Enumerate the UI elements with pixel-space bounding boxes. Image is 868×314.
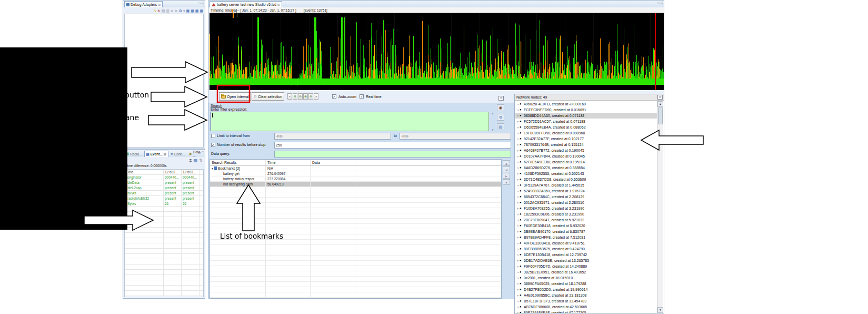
network-node-row[interactable]: >●F9F60F705D7D, created at 14.240889 (515, 263, 657, 269)
col-search-results[interactable]: Search Results (210, 160, 266, 165)
network-node-list[interactable]: >●406825F4E0FD, created at -0.000160>●FC… (515, 101, 657, 313)
network-node-row[interactable]: >●B978B9AD4FF8, created at 7.512031 (515, 234, 657, 240)
expand-arrow-icon[interactable]: > (515, 195, 520, 199)
results-view-button-3[interactable]: ▸ (503, 173, 510, 179)
minimize-icon[interactable]: ▭ (198, 1, 201, 5)
search-result-row[interactable]: not decrypting confi58.049213 (210, 182, 501, 187)
network-node-row[interactable]: >●3F5129A7A767, created at 1.445615 (515, 182, 657, 188)
view-menu-icon-1[interactable]: ▦ (186, 8, 190, 13)
search-result-row[interactable]: ▾Bookmarks [3]N/A (210, 166, 501, 171)
expand-arrow-icon[interactable]: > (515, 126, 520, 129)
interval-from-input[interactable] (274, 133, 391, 140)
zoom-in-y-button[interactable]: ⊕ (303, 93, 308, 100)
zoom-out-x-button[interactable]: ⊖ (298, 93, 303, 100)
network-node-row[interactable]: >●0x2001, created at 18.015910 (515, 275, 657, 281)
view-menu-icon-2[interactable]: ▦ (191, 8, 194, 13)
expand-arrow-icon[interactable]: > (515, 207, 520, 210)
refresh-icon[interactable]: ⇅ (199, 158, 203, 163)
maximize-icon[interactable]: □ (202, 1, 204, 5)
col-time-1[interactable]: 12.693... (164, 170, 182, 174)
field-row[interactable]: ›Bytes2626 (125, 201, 203, 207)
data-query-input[interactable] (274, 151, 511, 158)
expand-arrow-icon[interactable]: > (515, 213, 520, 216)
timeline-chart[interactable] (209, 13, 664, 90)
network-node-row[interactable]: >●D6D65584EB4A, created at 0.088062 (515, 124, 657, 130)
notepad-icon[interactable]: ▤ (497, 123, 504, 130)
disconnect-icon[interactable]: ✕ (157, 8, 161, 13)
field-row[interactable]: ›radioInfoEfr32presentpresent (125, 196, 203, 201)
tab-close-icon[interactable]: ⊠ (164, 152, 166, 156)
network-node-row[interactable]: >●20C79E809047, created at 5.921032 (515, 217, 657, 223)
clear-selection-button[interactable]: ⊘ Clear selection (252, 92, 284, 101)
expand-arrow-icon[interactable]: > (515, 253, 520, 257)
expand-arrow-icon[interactable]: > (515, 259, 520, 262)
expand-arrow-icon[interactable]: > (515, 138, 520, 141)
expand-arrow-icon[interactable]: > (515, 242, 520, 245)
network-node-row[interactable]: >●FCEFC89FFD90, created at 0.016651 (515, 107, 657, 113)
expand-arrow-icon[interactable]: > (515, 311, 520, 313)
network-node-row[interactable]: >●1822593C0E06, created at 3.231990 (515, 211, 657, 217)
search-results-table[interactable]: Search Results Time Data ▾Bookmarks [3]N… (209, 159, 502, 299)
col-data[interactable]: Data (311, 160, 355, 165)
expand-arrow-icon[interactable]: > (515, 114, 520, 117)
field-row[interactable]: ›bleL2cappresentpresent (125, 185, 203, 191)
network-node-row[interactable]: >●D0107AA7F844, created at 0.190045 (515, 153, 657, 159)
view-menu-icon-4[interactable]: ▦ (199, 8, 203, 13)
network-node-row[interactable]: >●D4B27F80D2D0, created at 19.990614 (515, 287, 657, 292)
expand-arrow-icon[interactable]: > (515, 155, 520, 158)
interval-to-input[interactable] (400, 133, 511, 140)
field-row[interactable]: originator000440...000440... (125, 175, 203, 180)
network-list-scrollbar[interactable]: ▲ ▼ (657, 101, 663, 313)
expand-arrow-icon[interactable]: > (515, 300, 520, 303)
maximize-icon[interactable]: □ (202, 151, 204, 154)
network-node-row[interactable]: >●B57E18F3F373, created at 33.454783 (515, 298, 657, 304)
expand-arrow-icon[interactable]: > (515, 172, 520, 175)
expand-arrow-icon[interactable]: > (515, 294, 520, 297)
expand-arrow-icon[interactable]: > (515, 248, 520, 251)
scroll-down-button[interactable]: ▼ (657, 307, 663, 313)
network-node-row[interactable]: >●40FDE330B418, created at 9.418751 (515, 240, 657, 246)
clear-icon[interactable]: ✕ (171, 8, 174, 13)
expand-arrow-icon[interactable]: > (515, 265, 520, 268)
table-icon[interactable]: ▦ (194, 158, 198, 163)
network-node-row[interactable]: >●AB76DE986608, created at 42.503665 (515, 304, 657, 310)
network-node-row[interactable]: >●78709331764B, created at 0.155124 (515, 142, 657, 148)
network-node-row[interactable]: >●FC572D51AC57, created at 0.071188 (515, 119, 657, 124)
network-node-row[interactable]: >●4108DF592555, created at 0.502143 (515, 171, 657, 176)
filter-expression-input[interactable] (211, 112, 489, 131)
expand-arrow-icon[interactable]: > (515, 282, 520, 286)
expand-arrow-icon[interactable]: > (515, 184, 520, 187)
network-panel-maximize-icon[interactable]: ❒ (657, 95, 663, 100)
expand-arrow-icon[interactable]: > (515, 277, 520, 280)
expand-arrow-icon[interactable]: > (515, 219, 520, 222)
network-node-row[interactable]: >●6A6D2869D275, created at 0.388554 (515, 165, 657, 171)
network-node-row[interactable]: >●406825F4E0FD, created at -0.000160 (515, 101, 657, 107)
open-interval-button[interactable]: Open interval (219, 92, 251, 101)
field-table[interactable]: Field12.693...12.693... originator000440… (124, 169, 204, 297)
network-node-row[interactable]: >●80EB98B5B575, created at 9.424790 (515, 246, 657, 252)
expand-arrow-icon[interactable]: > (515, 166, 520, 170)
gear-dropdown-icon[interactable]: ▾ (183, 8, 185, 13)
expand-arrow-icon[interactable]: ▾ (212, 167, 213, 170)
expand-arrow-icon[interactable]: > (515, 190, 520, 193)
expand-arrow-icon[interactable]: > (515, 201, 520, 204)
minimize-icon[interactable]: ▭ (198, 151, 201, 154)
network-node-row[interactable]: >●6DE7E130B418, created at 12.739742 (515, 252, 657, 258)
network-node-row[interactable]: >●F10D8A708255, created at 3.231990 (515, 205, 657, 211)
expand-arrow-icon[interactable]: > (515, 103, 520, 106)
expand-arrow-icon[interactable]: > (515, 143, 520, 146)
network-node-row[interactable]: >●A4E01090858C, created at 23.181308 (515, 292, 657, 298)
limit-interval-checkbox[interactable]: ✓ (211, 134, 215, 138)
maximize-icon[interactable]: □ (661, 1, 663, 5)
scroll-up-button[interactable]: ▲ (657, 101, 663, 107)
col-field[interactable]: Field (125, 170, 164, 174)
expand-arrow-icon[interactable]: > (515, 161, 520, 164)
results-view-button-1[interactable]: ▴ (503, 160, 510, 166)
filter-box-scrollbar[interactable]: ∧ ∨ (490, 112, 495, 131)
sum-icon[interactable]: Σ (189, 158, 192, 163)
scroll-down-icon[interactable]: ∨ (492, 128, 494, 131)
zoom-in-x-button[interactable]: ⊕ (293, 93, 297, 100)
prev-event-button[interactable]: < (287, 93, 292, 100)
page-icon[interactable]: ▥ (166, 8, 169, 13)
tab-isd-file[interactable]: battery server test new Studio v5.isd ⊠ (209, 1, 282, 7)
